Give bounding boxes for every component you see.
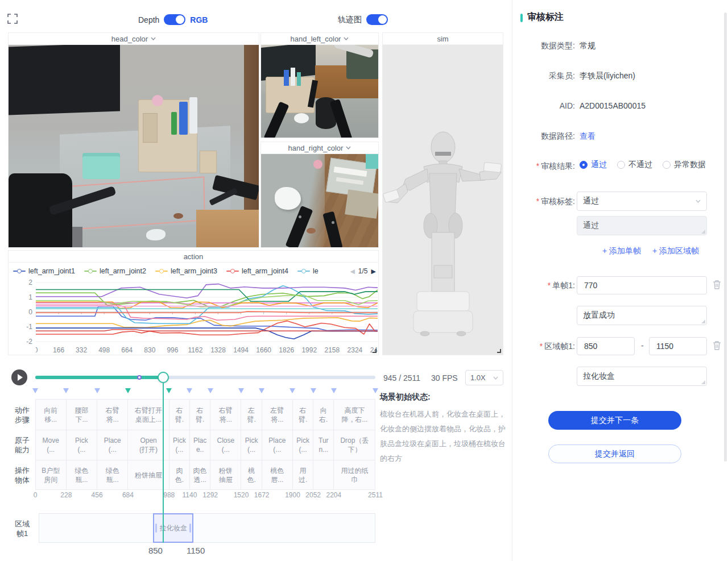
- hand-left-camera-title[interactable]: hand_left_color: [261, 33, 378, 45]
- scale-tick-label: 1140: [183, 491, 197, 499]
- table-cell[interactable]: 肉色.: [169, 460, 190, 490]
- speed-select[interactable]: 1.0X: [465, 370, 503, 385]
- table-cell[interactable]: Pick(...: [292, 430, 313, 460]
- resize-handle-icon[interactable]: [373, 349, 377, 353]
- pink-puff: [152, 95, 163, 106]
- table-cell[interactable]: 高度下降，右...: [333, 399, 375, 430]
- table-cell[interactable]: 右臂.: [189, 399, 210, 430]
- table-cell[interactable]: 右臂.: [292, 399, 313, 430]
- table-cell[interactable]: B户型房间: [35, 460, 67, 490]
- data-path-link[interactable]: 查看: [580, 131, 595, 142]
- action-chart-plot[interactable]: [36, 278, 378, 346]
- region-segment[interactable]: 拉化妆盒: [153, 513, 193, 543]
- table-cell[interactable]: Place..: [189, 430, 210, 460]
- table-cell[interactable]: 右臂.: [169, 399, 190, 430]
- table-cell[interactable]: Pick(...: [241, 430, 262, 460]
- table-cell[interactable]: 用过.: [292, 460, 313, 490]
- timeline-marker[interactable]: [373, 388, 378, 393]
- required-asterisk: *: [536, 197, 539, 206]
- table-cell[interactable]: Close(...: [210, 430, 241, 460]
- region-track[interactable]: 拉化妆盒: [39, 513, 375, 543]
- textarea-resize-icon[interactable]: [701, 380, 705, 384]
- segment-right-handle[interactable]: [189, 523, 191, 533]
- table-cell[interactable]: 绿色瓶...: [97, 460, 128, 490]
- region-start-input[interactable]: 850: [577, 337, 635, 355]
- review-result-option[interactable]: 异常数据: [663, 160, 706, 170]
- table-cell[interactable]: 右臂将...: [210, 399, 241, 430]
- review-tag-select[interactable]: 通过: [577, 192, 707, 211]
- single-frame-input[interactable]: 770: [577, 276, 707, 294]
- table-cell[interactable]: 绿色瓶...: [66, 460, 97, 490]
- table-cell[interactable]: Place(...: [97, 430, 128, 460]
- table-cell[interactable]: 腰部下...: [66, 399, 97, 430]
- textarea-resize-icon[interactable]: [701, 230, 705, 234]
- table-cell[interactable]: Pick(...: [169, 430, 190, 460]
- table-cell[interactable]: [313, 460, 334, 490]
- resize-handle-icon[interactable]: [497, 349, 501, 353]
- timeline-marker[interactable]: [331, 388, 337, 393]
- table-cell[interactable]: Turn...: [313, 430, 334, 460]
- sidebar-scrollbar[interactable]: [724, 13, 727, 462]
- submit-next-button[interactable]: 提交并下一条: [548, 411, 681, 430]
- legend-item[interactable]: left_arm_joint1: [13, 267, 75, 275]
- timeline-marker[interactable]: [208, 388, 213, 393]
- region-end-input[interactable]: 1150: [649, 337, 707, 355]
- legend-item[interactable]: left_arm_joint3: [155, 267, 217, 275]
- timeline-marker[interactable]: [187, 388, 192, 393]
- legend-item[interactable]: le: [297, 267, 318, 275]
- segment-left-handle[interactable]: [155, 523, 157, 533]
- timeline-slider[interactable]: [35, 374, 375, 381]
- legend-series-label: left_arm_joint2: [100, 267, 146, 275]
- table-cell[interactable]: 左臂.: [241, 399, 262, 430]
- single-frame-note-textarea[interactable]: 放置成功: [577, 306, 707, 325]
- playhead-line[interactable]: [163, 383, 164, 543]
- timeline-marker[interactable]: [63, 388, 69, 393]
- table-cell[interactable]: 左臂将...: [262, 399, 293, 430]
- collector-label: 采集员:: [512, 71, 575, 81]
- timeline-marker[interactable]: [125, 388, 131, 393]
- timeline-marker[interactable]: [238, 388, 244, 393]
- radio-label: 不通过: [628, 160, 652, 170]
- textarea-resize-icon[interactable]: [701, 319, 705, 323]
- table-cell[interactable]: Move(...: [35, 430, 67, 460]
- table-cell[interactable]: 用过的纸巾: [333, 460, 375, 490]
- region-frame-note-textarea[interactable]: 拉化妆盒: [577, 367, 707, 386]
- submit-return-button[interactable]: 提交并返回: [548, 444, 681, 463]
- table-cell[interactable]: 向前移...: [35, 399, 67, 430]
- legend-next-icon[interactable]: ▶: [371, 268, 376, 275]
- delete-region-frame-icon[interactable]: [713, 340, 722, 351]
- legend-item[interactable]: left_arm_joint4: [226, 267, 288, 275]
- timeline-marker[interactable]: [166, 388, 172, 393]
- play-button[interactable]: [11, 369, 27, 385]
- trajectory-toggle[interactable]: [366, 14, 388, 25]
- review-tag-note-textarea[interactable]: 通过: [577, 216, 707, 235]
- timeline-marker[interactable]: [94, 388, 100, 393]
- timeline-marker[interactable]: [259, 388, 264, 393]
- table-cell[interactable]: Drop（丢下）: [333, 430, 375, 460]
- fullscreen-icon[interactable]: [7, 14, 18, 24]
- timeline-marker[interactable]: [32, 388, 38, 393]
- blue-tube: [179, 102, 188, 135]
- legend-item[interactable]: left_arm_joint2: [84, 267, 146, 275]
- table-cell[interactable]: 桃色唇...: [262, 460, 293, 490]
- head-camera-title[interactable]: head_color: [9, 33, 259, 45]
- table-cell[interactable]: 肉色透...: [189, 460, 210, 490]
- slider-handle[interactable]: [158, 372, 169, 383]
- white-tube: [189, 97, 197, 134]
- table-cell[interactable]: Place(...: [262, 430, 293, 460]
- table-cell[interactable]: 粉饼抽屉: [210, 460, 241, 490]
- review-result-option[interactable]: 通过: [580, 160, 607, 170]
- hand-right-camera-title[interactable]: hand_right_color: [261, 142, 378, 154]
- add-region-frame-link[interactable]: + 添加区域帧: [652, 246, 699, 256]
- table-cell[interactable]: Pick(...: [66, 430, 97, 460]
- review-result-option[interactable]: 不通过: [617, 160, 652, 170]
- timeline-marker[interactable]: [289, 388, 295, 393]
- timeline-marker[interactable]: [311, 388, 316, 393]
- table-cell[interactable]: 右臂将...: [97, 399, 128, 430]
- delete-single-frame-icon[interactable]: [713, 280, 722, 290]
- table-cell[interactable]: 桃色.: [241, 460, 262, 490]
- depth-rgb-toggle[interactable]: [164, 14, 185, 25]
- add-single-frame-link[interactable]: + 添加单帧: [602, 246, 641, 256]
- legend-prev-icon[interactable]: ◀: [350, 268, 354, 275]
- table-cell[interactable]: 向右.: [313, 399, 334, 430]
